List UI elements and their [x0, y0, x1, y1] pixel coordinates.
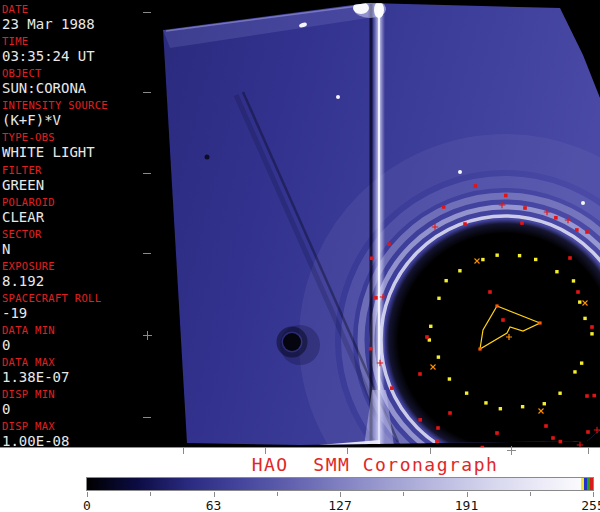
- colorbar-major-tick: [467, 492, 468, 497]
- calibration-dot-red: [418, 418, 422, 422]
- metadata-field-disp-max: DISP MAX 1.00E-08: [2, 420, 148, 449]
- metadata-field-object: OBJECT SUN:CORONA: [2, 67, 148, 96]
- calibration-dot-red: [418, 372, 422, 376]
- metadata-field-spacecraft-roll: SPACECRAFT ROLL -19: [2, 292, 148, 321]
- metadata-label: DATA MAX: [2, 356, 148, 368]
- colorbar-major-tick: [593, 492, 594, 497]
- metadata-label: SPACECRAFT ROLL: [2, 292, 148, 304]
- fiducial-dot-yellow: [572, 279, 575, 282]
- calibration-dot-red: [559, 440, 563, 444]
- fiducial-dot-yellow: [583, 317, 586, 320]
- calibration-dot-red: [370, 256, 374, 260]
- colorbar-minor-tick: [277, 492, 278, 496]
- fiducial-dot-yellow: [428, 338, 431, 341]
- calibration-dot-red: [369, 347, 373, 351]
- dark-speck: [205, 155, 210, 160]
- fiducial-dot-yellow: [573, 370, 576, 373]
- calibration-dot-red: [504, 194, 508, 198]
- calibration-dot-red: [551, 436, 555, 440]
- fiducial-dot-yellow: [580, 361, 583, 364]
- calibration-dot-red: [586, 430, 590, 434]
- metadata-value: CLEAR: [2, 209, 148, 225]
- colorbar-tick-label: 191: [445, 498, 489, 512]
- calibration-dot-red: [575, 228, 579, 232]
- calibration-dot-red: [436, 426, 440, 430]
- calibration-dot-red: [448, 411, 452, 415]
- fiducial-dot-yellow: [495, 253, 498, 256]
- star-speck: [336, 95, 340, 99]
- metadata-label: FILTER: [2, 164, 148, 176]
- metadata-value: 8.192: [2, 273, 148, 289]
- colorbar-tick-label: 0: [65, 498, 109, 512]
- metadata-label: TYPE-OBS: [2, 131, 148, 143]
- flag-vertex-dot: [478, 347, 481, 350]
- colorbar-end-stripe: [590, 478, 593, 490]
- pylon-top-flare: [374, 2, 384, 18]
- metadata-field-time: TIME 03:35:24 UT: [2, 35, 148, 64]
- star-speck: [458, 170, 462, 174]
- calibration-dot-red: [585, 394, 589, 398]
- coronagraph-image: [150, 0, 600, 447]
- fiducial-dot-yellow: [590, 332, 593, 335]
- calibration-dot-red: [554, 216, 558, 220]
- calibration-dot-red: [585, 230, 589, 234]
- calibration-dot-red: [463, 222, 467, 226]
- pylon-top-flare: [353, 2, 369, 14]
- fiducial-dot-yellow: [578, 300, 581, 303]
- fiducial-dot-yellow: [429, 325, 432, 328]
- metadata-field-data-min: DATA MIN 0: [2, 324, 148, 353]
- calibration-dot-red: [592, 394, 596, 398]
- fiducial-dot-yellow: [499, 407, 502, 410]
- metadata-value: 0: [2, 401, 148, 417]
- intensity-colorbar: [86, 477, 594, 491]
- metadata-field-type-obs: TYPE-OBS WHITE LIGHT: [2, 131, 148, 160]
- metadata-value: N: [2, 241, 148, 257]
- metadata-sidebar: DATE 23 Mar 1988 TIME 03:35:24 UT OBJECT…: [0, 0, 150, 447]
- colorbar-tick-label: 255: [571, 498, 600, 512]
- coronagraph-viewer-window: DATE 23 Mar 1988 TIME 03:35:24 UT OBJECT…: [0, 0, 600, 512]
- fiducial-dot-yellow: [481, 258, 484, 261]
- fiducial-dot-yellow: [465, 391, 468, 394]
- calibration-dot-red: [374, 296, 378, 300]
- calibration-dot-red: [425, 335, 429, 339]
- calibration-dot-red: [523, 206, 527, 210]
- fiducial-dot-yellow: [458, 269, 461, 272]
- metadata-field-disp-min: DISP MIN 0: [2, 388, 148, 417]
- metadata-label: DATE: [2, 3, 148, 15]
- calibration-dot-red: [474, 184, 478, 188]
- calibration-dot-red: [590, 325, 594, 329]
- metadata-label: INTENSITY SOURCE: [2, 99, 148, 111]
- fiducial-dot-yellow: [444, 279, 447, 282]
- calibration-dot-red: [568, 256, 572, 260]
- metadata-label: DATA MIN: [2, 324, 148, 336]
- metadata-value: 1.38E-07: [2, 369, 148, 385]
- metadata-field-polaroid: POLAROID CLEAR: [2, 196, 148, 225]
- metadata-value: GREEN: [2, 177, 148, 193]
- colorbar-major-tick: [214, 492, 215, 497]
- calibration-dot-red: [435, 439, 439, 443]
- fiducial-dot-yellow: [437, 355, 440, 358]
- metadata-label: DISP MAX: [2, 420, 148, 432]
- calibration-dot-red: [544, 424, 548, 428]
- colorbar-tick-label: 127: [318, 498, 362, 512]
- metadata-field-filter: FILTER GREEN: [2, 164, 148, 193]
- metadata-field-exposure: EXPOSURE 8.192: [2, 260, 148, 289]
- colorbar-tick-label: 63: [192, 498, 236, 512]
- colorbar-minor-tick: [530, 492, 531, 496]
- fiducial-dot-yellow: [558, 392, 561, 395]
- metadata-label: TIME: [2, 35, 148, 47]
- calibration-dot-red: [488, 290, 492, 294]
- metadata-field-intensity-source: INTENSITY SOURCE (K+F)*V: [2, 99, 148, 128]
- plot-title: HAO SMM Coronagraph: [150, 454, 600, 475]
- calibration-dot-red: [520, 221, 524, 225]
- metadata-label: OBJECT: [2, 67, 148, 79]
- fiducial-dot-yellow: [555, 270, 558, 273]
- fiducial-dot-yellow: [521, 405, 524, 408]
- metadata-value: (K+F)*V: [2, 112, 148, 128]
- calibration-dot-red: [495, 431, 499, 435]
- dark-blob: [283, 333, 301, 351]
- metadata-label: DISP MIN: [2, 388, 148, 400]
- colorbar-minor-tick: [150, 492, 151, 496]
- calibration-dot-red: [387, 242, 391, 246]
- fiducial-dot-yellow: [534, 258, 537, 261]
